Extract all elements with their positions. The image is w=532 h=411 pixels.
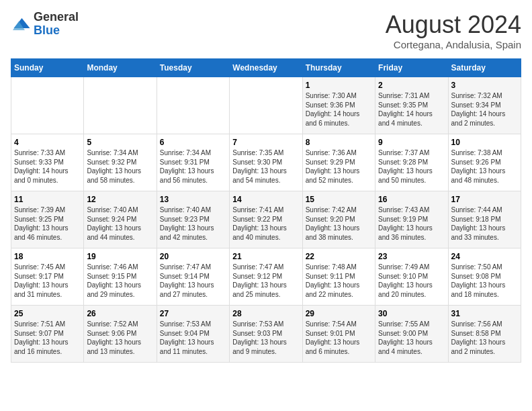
weekday-header: Monday <box>84 59 157 77</box>
calendar-cell: 14Sunrise: 7:41 AM Sunset: 9:22 PM Dayli… <box>230 191 302 248</box>
day-number: 4 <box>14 138 81 147</box>
day-number: 1 <box>306 81 372 90</box>
calendar-cell: 29Sunrise: 7:54 AM Sunset: 9:01 PM Dayli… <box>302 306 375 363</box>
calendar-cell: 1Sunrise: 7:30 AM Sunset: 9:36 PM Daylig… <box>302 77 375 134</box>
calendar-cell: 10Sunrise: 7:38 AM Sunset: 9:26 PM Dayli… <box>448 134 521 191</box>
weekday-header: Saturday <box>448 59 521 77</box>
calendar-cell: 19Sunrise: 7:46 AM Sunset: 9:15 PM Dayli… <box>84 248 157 306</box>
day-number: 5 <box>87 138 153 147</box>
day-info: Sunrise: 7:37 AM Sunset: 9:28 PM Dayligh… <box>378 148 445 185</box>
weekday-header: Thursday <box>302 59 375 77</box>
day-number: 3 <box>451 81 518 90</box>
calendar-cell: 23Sunrise: 7:49 AM Sunset: 9:10 PM Dayli… <box>375 248 448 306</box>
title-area: August 2024 Cortegana, Andalusia, Spain <box>386 11 521 50</box>
day-number: 23 <box>378 252 445 261</box>
calendar-cell: 30Sunrise: 7:55 AM Sunset: 9:00 PM Dayli… <box>375 306 448 363</box>
day-info: Sunrise: 7:36 AM Sunset: 9:29 PM Dayligh… <box>306 148 372 185</box>
calendar-body: 1Sunrise: 7:30 AM Sunset: 9:36 PM Daylig… <box>11 77 521 363</box>
logo-icon <box>11 14 31 34</box>
weekday-header: Sunday <box>11 59 84 77</box>
day-info: Sunrise: 7:45 AM Sunset: 9:17 PM Dayligh… <box>14 263 81 299</box>
weekday-row: SundayMondayTuesdayWednesdayThursdayFrid… <box>11 59 521 77</box>
day-info: Sunrise: 7:48 AM Sunset: 9:11 PM Dayligh… <box>306 263 372 299</box>
calendar-cell: 26Sunrise: 7:52 AM Sunset: 9:06 PM Dayli… <box>84 306 157 363</box>
day-info: Sunrise: 7:33 AM Sunset: 9:33 PM Dayligh… <box>14 148 81 185</box>
calendar-cell: 25Sunrise: 7:51 AM Sunset: 9:07 PM Dayli… <box>11 306 84 363</box>
day-number: 13 <box>160 195 226 204</box>
header: General Blue August 2024 Cortegana, Anda… <box>11 11 521 50</box>
day-number: 12 <box>87 195 153 204</box>
calendar-header: SundayMondayTuesdayWednesdayThursdayFrid… <box>11 59 521 77</box>
weekday-header: Wednesday <box>230 59 302 77</box>
calendar-cell: 24Sunrise: 7:50 AM Sunset: 9:08 PM Dayli… <box>448 248 521 306</box>
location: Cortegana, Andalusia, Spain <box>386 39 521 50</box>
day-number: 2 <box>378 81 445 90</box>
logo-blue-text: Blue <box>34 24 60 37</box>
day-info: Sunrise: 7:47 AM Sunset: 9:12 PM Dayligh… <box>232 263 299 299</box>
day-info: Sunrise: 7:40 AM Sunset: 9:23 PM Dayligh… <box>160 205 226 242</box>
day-info: Sunrise: 7:35 AM Sunset: 9:30 PM Dayligh… <box>232 148 299 185</box>
day-info: Sunrise: 7:43 AM Sunset: 9:19 PM Dayligh… <box>378 205 445 242</box>
day-number: 29 <box>306 309 372 318</box>
calendar-table: SundayMondayTuesdayWednesdayThursdayFrid… <box>11 58 521 363</box>
day-number: 26 <box>87 309 153 318</box>
calendar-cell: 28Sunrise: 7:53 AM Sunset: 9:03 PM Dayli… <box>230 306 302 363</box>
day-number: 25 <box>14 309 81 318</box>
calendar-cell <box>230 77 302 134</box>
day-number: 7 <box>232 138 299 147</box>
day-number: 16 <box>378 195 445 204</box>
calendar-week-row: 1Sunrise: 7:30 AM Sunset: 9:36 PM Daylig… <box>11 77 521 134</box>
day-number: 10 <box>451 138 518 147</box>
day-number: 21 <box>232 252 299 261</box>
day-number: 20 <box>160 252 226 261</box>
day-info: Sunrise: 7:49 AM Sunset: 9:10 PM Dayligh… <box>378 263 445 299</box>
day-info: Sunrise: 7:41 AM Sunset: 9:22 PM Dayligh… <box>232 205 299 242</box>
month-title: August 2024 <box>386 11 521 39</box>
day-number: 6 <box>160 138 226 147</box>
day-info: Sunrise: 7:52 AM Sunset: 9:06 PM Dayligh… <box>87 320 153 356</box>
calendar-cell: 21Sunrise: 7:47 AM Sunset: 9:12 PM Dayli… <box>230 248 302 306</box>
calendar-cell: 9Sunrise: 7:37 AM Sunset: 9:28 PM Daylig… <box>375 134 448 191</box>
calendar-cell <box>84 77 157 134</box>
day-number: 22 <box>306 252 372 261</box>
day-number: 28 <box>232 309 299 318</box>
day-info: Sunrise: 7:56 AM Sunset: 8:58 PM Dayligh… <box>451 320 518 356</box>
calendar-cell: 12Sunrise: 7:40 AM Sunset: 9:24 PM Dayli… <box>84 191 157 248</box>
logo: General Blue <box>11 11 79 38</box>
calendar-cell: 20Sunrise: 7:47 AM Sunset: 9:14 PM Dayli… <box>157 248 229 306</box>
day-number: 15 <box>306 195 372 204</box>
calendar-cell: 17Sunrise: 7:44 AM Sunset: 9:18 PM Dayli… <box>448 191 521 248</box>
calendar-cell: 8Sunrise: 7:36 AM Sunset: 9:29 PM Daylig… <box>302 134 375 191</box>
day-number: 27 <box>160 309 226 318</box>
day-info: Sunrise: 7:39 AM Sunset: 9:25 PM Dayligh… <box>14 205 81 242</box>
calendar-cell: 13Sunrise: 7:40 AM Sunset: 9:23 PM Dayli… <box>157 191 229 248</box>
calendar-cell: 22Sunrise: 7:48 AM Sunset: 9:11 PM Dayli… <box>302 248 375 306</box>
day-info: Sunrise: 7:53 AM Sunset: 9:03 PM Dayligh… <box>232 320 299 356</box>
day-number: 14 <box>232 195 299 204</box>
day-info: Sunrise: 7:34 AM Sunset: 9:32 PM Dayligh… <box>87 148 153 185</box>
calendar-cell: 15Sunrise: 7:42 AM Sunset: 9:20 PM Dayli… <box>302 191 375 248</box>
calendar-cell: 27Sunrise: 7:53 AM Sunset: 9:04 PM Dayli… <box>157 306 229 363</box>
calendar-cell: 4Sunrise: 7:33 AM Sunset: 9:33 PM Daylig… <box>11 134 84 191</box>
day-number: 30 <box>378 309 445 318</box>
day-info: Sunrise: 7:42 AM Sunset: 9:20 PM Dayligh… <box>306 205 372 242</box>
calendar-cell: 5Sunrise: 7:34 AM Sunset: 9:32 PM Daylig… <box>84 134 157 191</box>
calendar-week-row: 11Sunrise: 7:39 AM Sunset: 9:25 PM Dayli… <box>11 191 521 248</box>
calendar-cell: 3Sunrise: 7:32 AM Sunset: 9:34 PM Daylig… <box>448 77 521 134</box>
day-info: Sunrise: 7:51 AM Sunset: 9:07 PM Dayligh… <box>14 320 81 356</box>
day-info: Sunrise: 7:54 AM Sunset: 9:01 PM Dayligh… <box>306 320 372 356</box>
day-info: Sunrise: 7:55 AM Sunset: 9:00 PM Dayligh… <box>378 320 445 356</box>
logo-general-text: General <box>34 10 79 24</box>
day-number: 11 <box>14 195 81 204</box>
day-number: 8 <box>306 138 372 147</box>
weekday-header: Friday <box>375 59 448 77</box>
weekday-header: Tuesday <box>157 59 229 77</box>
day-info: Sunrise: 7:31 AM Sunset: 9:35 PM Dayligh… <box>378 91 445 128</box>
calendar-week-row: 4Sunrise: 7:33 AM Sunset: 9:33 PM Daylig… <box>11 134 521 191</box>
day-number: 18 <box>14 252 81 261</box>
day-info: Sunrise: 7:38 AM Sunset: 9:26 PM Dayligh… <box>451 148 518 185</box>
day-info: Sunrise: 7:32 AM Sunset: 9:34 PM Dayligh… <box>451 91 518 128</box>
day-number: 17 <box>451 195 518 204</box>
day-number: 31 <box>451 309 518 318</box>
calendar-cell: 16Sunrise: 7:43 AM Sunset: 9:19 PM Dayli… <box>375 191 448 248</box>
